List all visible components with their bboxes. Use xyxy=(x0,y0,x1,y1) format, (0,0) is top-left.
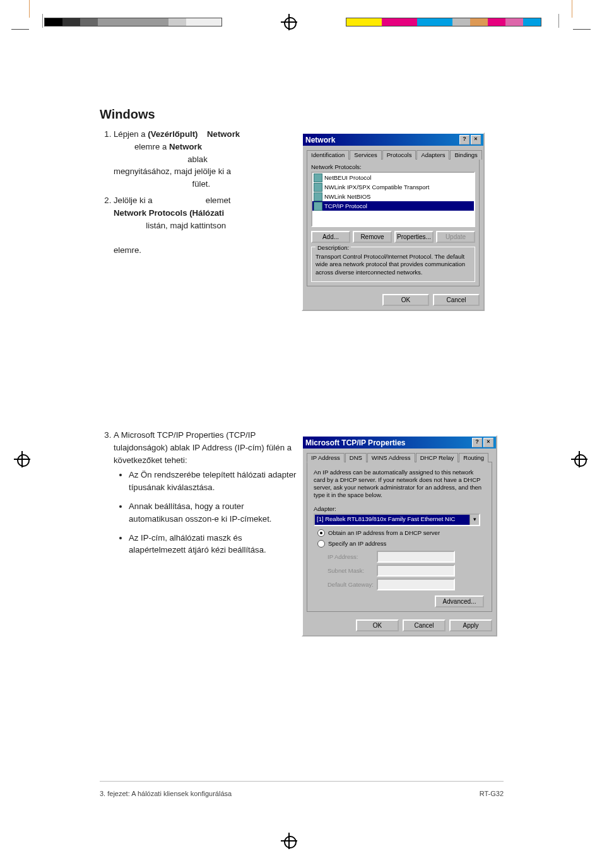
text-bold: (Vezérlőpult) xyxy=(148,129,198,139)
text-bold: Network xyxy=(169,142,202,151)
dialog-title: Network xyxy=(305,136,335,144)
dropdown-arrow-icon[interactable]: ▾ xyxy=(469,515,479,525)
protocols-listbox[interactable]: NetBEUI Protocol NWLink IPX/SPX Compatib… xyxy=(311,172,475,227)
description-legend: Description: xyxy=(316,244,351,251)
advanced-button[interactable]: Advanced... xyxy=(435,595,484,607)
step-3: A Microsoft TCP/IP Properties (TCP/IP tu… xyxy=(114,429,297,556)
registration-mark-right xyxy=(571,451,587,467)
tab-dhcp-relay[interactable]: DHCP Relay xyxy=(416,453,459,462)
add-button[interactable]: Add... xyxy=(311,231,350,243)
subnet-label: Subnet Mask: xyxy=(328,567,377,574)
color-bar-left xyxy=(44,18,222,26)
list-item: NWLink NetBIOS xyxy=(312,192,474,201)
text: Lépjen a xyxy=(114,129,146,139)
section-heading: Windows xyxy=(100,107,510,122)
bullet-item: Annak beállítása, hogy a router automati… xyxy=(129,500,297,525)
radio-label: Specify an IP address xyxy=(328,540,386,547)
close-button[interactable]: × xyxy=(483,438,493,447)
info-text: An IP address can be automatically assig… xyxy=(314,469,485,499)
adapter-value: [1] Realtek RTL8139/810x Family Fast Eth… xyxy=(315,515,469,525)
page-footer: 3. fejezet: A hálózati kliensek konfigur… xyxy=(100,790,504,797)
list-label: Network Protocols: xyxy=(311,163,475,170)
tab-strip: IP Address DNS WINS Address DHCP Relay R… xyxy=(307,452,492,462)
registration-mark-bottom xyxy=(281,833,297,849)
protocol-icon xyxy=(314,183,322,192)
trim-mark xyxy=(42,14,43,28)
subnet-mask-field[interactable] xyxy=(377,565,455,577)
tab-adapters[interactable]: Adapters xyxy=(416,150,449,160)
list-item: NWLink IPX/SPX Compatible Transport xyxy=(312,182,474,192)
footer-right: RT-G32 xyxy=(480,790,504,797)
cancel-button[interactable]: Cancel xyxy=(403,619,446,631)
step3-lead: A Microsoft TCP/IP Properties (TCP/IP tu… xyxy=(114,430,292,465)
footer-rule xyxy=(100,781,504,782)
text-bold: Network Protocols (Hálózati xyxy=(114,208,224,218)
tab-identification[interactable]: Identification xyxy=(307,150,349,160)
adapter-label: Adapter: xyxy=(314,505,485,512)
text-bold: Network xyxy=(207,129,240,139)
registration-mark-top xyxy=(281,14,297,30)
crop-mark xyxy=(29,0,30,18)
color-bar-right xyxy=(346,18,541,26)
tab-routing[interactable]: Routing xyxy=(459,453,488,462)
crop-mark xyxy=(573,29,591,30)
tab-services[interactable]: Services xyxy=(350,150,381,160)
crop-mark xyxy=(572,0,572,18)
gateway-label: Default Gateway: xyxy=(328,581,377,588)
bullet-item: Az IP-cím, alhálózati maszk és alapértel… xyxy=(129,532,297,557)
text: megnyitásához, majd jelölje ki a xyxy=(114,167,231,176)
trim-mark xyxy=(558,14,559,28)
ok-button[interactable]: OK xyxy=(382,294,429,306)
bullet-item: Az Ön rendszerébe telepített hálózati ad… xyxy=(129,469,297,494)
adapter-combobox[interactable]: [1] Realtek RTL8139/810x Family Fast Eth… xyxy=(314,513,480,526)
tab-strip: Identification Services Protocols Adapte… xyxy=(307,150,480,159)
ip-address-field[interactable] xyxy=(377,551,455,563)
tab-wins[interactable]: WINS Address xyxy=(367,453,415,462)
text: elemre. xyxy=(114,245,141,255)
help-button[interactable]: ? xyxy=(459,135,469,144)
ip-address-row: IP Address: xyxy=(328,551,485,563)
close-button[interactable]: × xyxy=(471,135,481,144)
text: fület. xyxy=(192,179,211,189)
instruction-list: Lépjen a (Vezérlőpult) Network elemre a … xyxy=(100,128,290,257)
radio-label: Obtain an IP address from a DHCP server xyxy=(328,529,440,536)
remove-button[interactable]: Remove xyxy=(353,231,392,243)
list-item: NetBEUI Protocol xyxy=(312,173,474,182)
protocol-icon xyxy=(314,192,322,201)
registration-mark-left xyxy=(14,451,30,467)
protocol-icon xyxy=(314,202,322,211)
update-button[interactable]: Update xyxy=(436,231,475,243)
step-2: Jelölje ki a elemet Network Protocols (H… xyxy=(114,194,290,257)
ok-button[interactable]: OK xyxy=(356,619,399,631)
help-button[interactable]: ? xyxy=(472,438,482,447)
tab-bindings[interactable]: Bindings xyxy=(450,150,481,160)
protocol-icon xyxy=(314,173,322,182)
step-1: Lépjen a (Vezérlőpult) Network elemre a … xyxy=(114,128,290,191)
page: Windows Lépjen a (Vezérlőpult) Network e… xyxy=(0,0,602,868)
description-text: Transport Control Protocol/Internet Prot… xyxy=(316,253,471,276)
cancel-button[interactable]: Cancel xyxy=(433,294,480,306)
dialog-titlebar: Microsoft TCP/IP Properties ? × xyxy=(303,437,496,449)
text: elemet xyxy=(206,196,231,205)
subnet-row: Subnet Mask: xyxy=(328,565,485,577)
tab-ip-address[interactable]: IP Address xyxy=(307,453,345,462)
text: listán, majd kattintson xyxy=(146,221,226,230)
dialog-titlebar: Network ? × xyxy=(303,134,483,146)
footer-left: 3. fejezet: A hálózati kliensek konfigur… xyxy=(100,790,232,797)
ip-label: IP Address: xyxy=(328,553,377,560)
step-3-block: A Microsoft TCP/IP Properties (TCP/IP tu… xyxy=(100,429,289,563)
screenshot-network-dialog: Network ? × Identification Services Prot… xyxy=(302,132,485,311)
apply-button[interactable]: Apply xyxy=(449,619,492,631)
tab-protocols[interactable]: Protocols xyxy=(382,150,416,160)
radio-specify-ip[interactable]: Specify an IP address xyxy=(317,540,485,548)
radio-icon xyxy=(317,540,325,548)
tab-dns[interactable]: DNS xyxy=(345,453,367,462)
crop-mark xyxy=(11,29,29,30)
screenshot-tcpip-dialog: Microsoft TCP/IP Properties ? × IP Addre… xyxy=(302,435,497,636)
properties-button[interactable]: Properties... xyxy=(394,231,434,243)
default-gateway-field[interactable] xyxy=(377,578,455,590)
radio-obtain-dhcp[interactable]: Obtain an IP address from a DHCP server xyxy=(317,529,485,537)
description-group: Description: Transport Control Protocol/… xyxy=(311,247,475,282)
content-area: Windows Lépjen a (Vezérlőpult) Network e… xyxy=(100,107,510,261)
text: Jelölje ki a xyxy=(114,196,153,205)
